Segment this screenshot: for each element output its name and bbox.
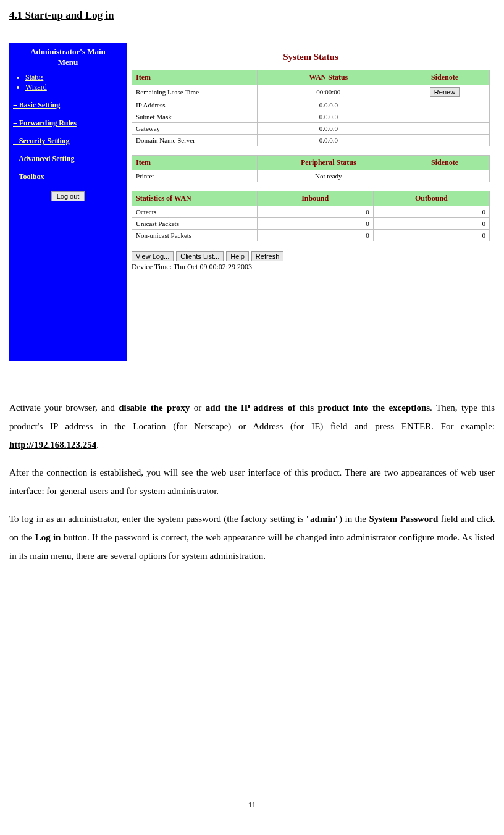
cell-item: Remaining Lease Time — [132, 85, 257, 99]
text-bold: admin — [310, 514, 335, 524]
cell-status: 0.0.0.0 — [258, 135, 400, 146]
text: . — [96, 440, 99, 450]
bottom-buttons: View Log... Clients List... Help Refresh — [132, 250, 490, 261]
cell-side — [400, 170, 489, 182]
cell-status: 00:00:00 — [258, 85, 400, 99]
sidebar-link-toolbox[interactable]: + Toolbox — [13, 172, 123, 182]
cell-side — [400, 123, 489, 134]
paragraph-1: Activate your browser, and disable the p… — [9, 398, 495, 454]
cell-side — [400, 135, 489, 146]
sidebar-link-security-setting[interactable]: + Security Setting — [13, 136, 123, 146]
th-outbound: Outbound — [374, 191, 489, 206]
cell-inbound: 0 — [258, 230, 373, 241]
cell-status: 0.0.0.0 — [258, 123, 400, 134]
sidebar-link-advanced-setting[interactable]: + Advanced Setting — [13, 154, 123, 164]
text-bold: System Password — [369, 514, 438, 524]
text-bold: add the IP address of this product into … — [206, 403, 430, 413]
text-bold: disable the proxy — [119, 403, 190, 413]
admin-screenshot: Administrator's Main Menu Status Wizard … — [9, 43, 495, 361]
cell-outbound: 0 — [374, 206, 489, 217]
wan-status-table: Item WAN Status Sidenote Remaining Lease… — [132, 70, 490, 146]
main-content: System Status Item WAN Status Sidenote R… — [127, 43, 495, 361]
wan-statistics-table: Statistics of WAN Inbound Outbound Octec… — [132, 191, 490, 241]
device-time: Device Time: Thu Oct 09 00:02:29 2003 — [132, 262, 490, 272]
th-wan-status: WAN Status — [258, 70, 400, 85]
sidebar-link-forwarding-rules[interactable]: + Forwarding Rules — [13, 119, 123, 128]
example-url: http://192.168.123.254 — [9, 440, 96, 450]
page-number: 11 — [9, 800, 495, 810]
help-button[interactable]: Help — [226, 251, 249, 261]
sidebar-title-line2: Menu — [58, 57, 78, 67]
cell-status: 0.0.0.0 — [258, 99, 400, 111]
cell-inbound: 0 — [258, 218, 373, 229]
cell-inbound: 0 — [258, 206, 373, 217]
th-sidenote: Sidenote — [400, 156, 489, 170]
clients-list-button[interactable]: Clients List... — [176, 251, 224, 261]
text: To log in as an administrator, enter the… — [9, 514, 310, 524]
th-item: Item — [132, 156, 257, 170]
text-bold: Log in — [35, 532, 61, 542]
cell-stat: Non-unicast Packets — [132, 230, 257, 241]
table-row: Non-unicast Packets 0 0 — [132, 230, 489, 241]
table-row: Remaining Lease Time 00:00:00 Renew — [132, 85, 489, 99]
cell-outbound: 0 — [374, 218, 489, 229]
cell-item: IP Address — [132, 99, 257, 111]
paragraph-3: To log in as an administrator, enter the… — [9, 510, 495, 565]
text: Activate your browser, and — [9, 403, 119, 413]
logout-button[interactable]: Log out — [51, 191, 85, 201]
cell-stat: Unicast Packets — [132, 218, 257, 229]
cell-item: Domain Name Server — [132, 135, 257, 146]
text: button. If the password is correct, the … — [9, 532, 495, 561]
th-sidenote: Sidenote — [400, 70, 489, 85]
cell-status: 0.0.0.0 — [258, 111, 400, 122]
th-peripheral-status: Peripheral Status — [258, 156, 400, 170]
sidebar-title-line1: Administrator's Main — [30, 47, 106, 56]
cell-status: Not ready — [258, 170, 400, 182]
table-row: Unicast Packets 0 0 — [132, 218, 489, 229]
view-log-button[interactable]: View Log... — [132, 251, 174, 261]
th-statistics: Statistics of WAN — [132, 191, 257, 206]
table-row: IP Address 0.0.0.0 — [132, 99, 489, 111]
cell-outbound: 0 — [374, 230, 489, 241]
sidebar-title: Administrator's Main Menu — [13, 47, 123, 68]
cell-stat: Octects — [132, 206, 257, 217]
table-row: Octects 0 0 — [132, 206, 489, 217]
th-inbound: Inbound — [258, 191, 373, 206]
section-heading: 4.1 Start-up and Log in — [9, 9, 495, 22]
renew-button[interactable]: Renew — [430, 87, 460, 97]
table-row: Printer Not ready — [132, 170, 489, 182]
text: ") in the — [335, 514, 369, 524]
table-row: Subnet Mask 0.0.0.0 — [132, 111, 489, 122]
table-row: Domain Name Server 0.0.0.0 — [132, 135, 489, 146]
cell-side — [400, 99, 489, 111]
cell-item: Subnet Mask — [132, 111, 257, 122]
sidebar-link-basic-setting[interactable]: + Basic Setting — [13, 101, 123, 110]
table-row: Gateway 0.0.0.0 — [132, 123, 489, 134]
cell-item: Printer — [132, 170, 257, 182]
sidebar-bullets: Status Wizard — [13, 73, 123, 92]
paragraph-2: After the connection is established, you… — [9, 463, 495, 500]
refresh-button[interactable]: Refresh — [251, 251, 284, 261]
text: or — [190, 403, 205, 413]
sidebar-item-status[interactable]: Status — [25, 73, 43, 82]
cell-item: Gateway — [132, 123, 257, 134]
system-status-title: System Status — [132, 52, 490, 62]
cell-side — [400, 111, 489, 122]
sidebar: Administrator's Main Menu Status Wizard … — [9, 43, 127, 361]
sidebar-item-wizard[interactable]: Wizard — [25, 83, 47, 91]
th-item: Item — [132, 70, 257, 85]
peripheral-status-table: Item Peripheral Status Sidenote Printer … — [132, 155, 490, 182]
